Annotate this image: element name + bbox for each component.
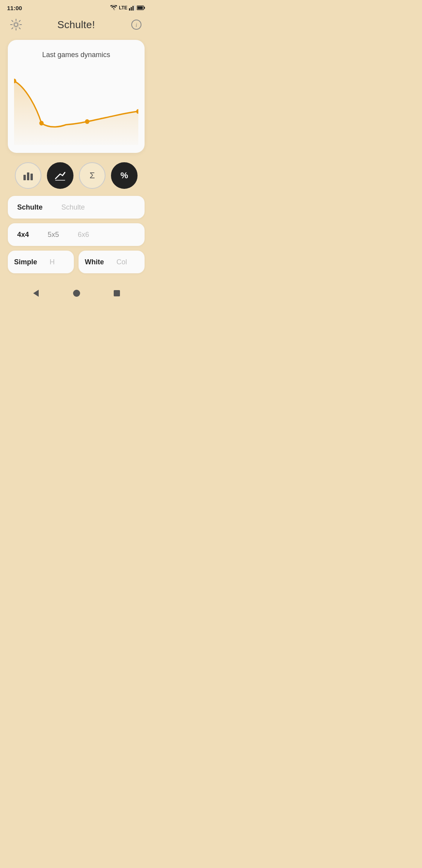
filter-mode: Simple H [8, 251, 74, 273]
line-chart-icon [55, 170, 66, 181]
filter-5x5[interactable]: 5x5 [38, 223, 68, 246]
filter-6x6[interactable]: 6x6 [68, 223, 98, 246]
status-icons: LTE [110, 5, 145, 11]
percent-label: % [120, 170, 128, 181]
nav-bar [0, 280, 152, 308]
tab-sigma[interactable]: Σ [79, 162, 106, 189]
chart-point [85, 119, 89, 124]
filter-schulte-alt[interactable]: Schulte [52, 196, 94, 219]
wifi-icon [110, 5, 117, 11]
svg-point-15 [73, 290, 80, 297]
signal-icon [129, 5, 135, 11]
svg-text:i: i [136, 22, 137, 28]
filter-simple[interactable]: Simple [8, 251, 43, 273]
info-icon: i [131, 19, 142, 30]
filter-col[interactable]: Col [110, 251, 133, 273]
svg-rect-1 [131, 7, 132, 11]
home-icon [72, 289, 81, 298]
chart-fill [14, 81, 138, 145]
svg-rect-11 [23, 175, 26, 180]
tab-row: Σ % [8, 162, 145, 189]
filter-h[interactable]: H [43, 251, 61, 273]
back-button[interactable] [29, 286, 43, 301]
svg-point-7 [14, 23, 18, 27]
status-time: 11:00 [7, 5, 22, 11]
battery-icon [137, 5, 145, 10]
tab-line-chart[interactable] [47, 162, 73, 189]
page-title: Schulte! [57, 19, 95, 31]
chart-title: Last games dynamics [14, 51, 138, 59]
settings-button[interactable] [9, 17, 23, 32]
filter-schulte-active[interactable]: Schulte [8, 196, 52, 219]
svg-rect-2 [132, 6, 134, 11]
sigma-label: Σ [89, 170, 95, 181]
svg-marker-14 [33, 290, 39, 297]
svg-rect-0 [129, 8, 130, 11]
top-bar: Schulte! i [0, 14, 152, 38]
bar-chart-icon [23, 170, 34, 181]
chart-point [39, 121, 44, 126]
filter-grid-size: 4x4 5x5 6x6 [8, 223, 145, 246]
stop-button[interactable] [110, 286, 124, 300]
home-button[interactable] [69, 286, 84, 301]
filter-color: White Col [79, 251, 145, 273]
filter-game-type: Schulte Schulte [8, 196, 145, 219]
svg-rect-13 [30, 174, 33, 180]
chart-area [14, 67, 138, 145]
filter-bottom-row: Simple H White Col [8, 251, 145, 273]
svg-rect-6 [138, 7, 143, 9]
svg-rect-16 [114, 290, 120, 296]
tab-percent[interactable]: % [111, 162, 138, 189]
stop-icon [113, 289, 121, 297]
svg-rect-5 [144, 7, 145, 9]
chart-card: Last games dynamics [8, 40, 145, 153]
back-icon [32, 289, 40, 298]
svg-rect-12 [27, 172, 29, 180]
svg-rect-3 [134, 5, 136, 11]
filter-4x4[interactable]: 4x4 [8, 223, 38, 246]
status-bar: 11:00 LTE [0, 0, 152, 14]
lte-label: LTE [119, 5, 127, 11]
info-button[interactable]: i [129, 17, 144, 32]
tab-bar-chart[interactable] [15, 162, 41, 189]
filter-white[interactable]: White [79, 251, 110, 273]
chart-svg [14, 67, 138, 145]
gear-icon [10, 19, 22, 30]
